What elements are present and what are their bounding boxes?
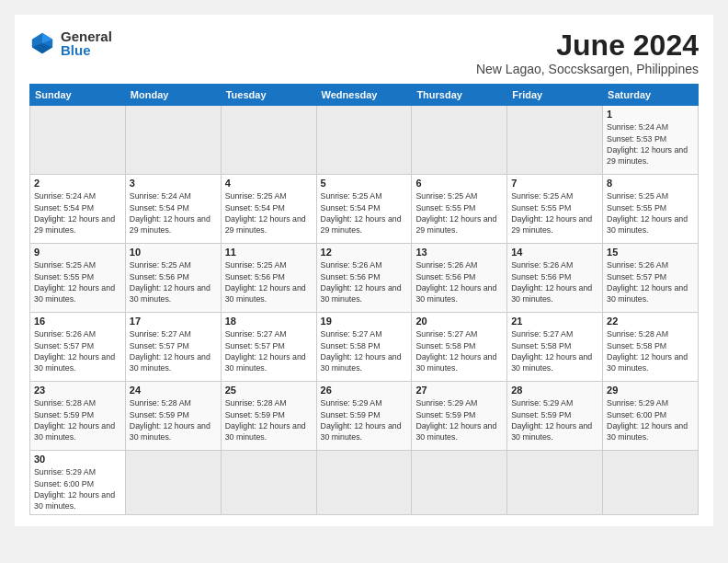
calendar-header: Sunday Monday Tuesday Wednesday Thursday… [30,85,699,106]
day-number: 30 [34,454,121,465]
calendar-cell: 15Sunrise: 5:26 AMSunset: 5:57 PMDayligh… [603,244,699,313]
calendar-cell: 28Sunrise: 5:29 AMSunset: 5:59 PMDayligh… [507,382,603,451]
day-number: 29 [607,385,694,396]
day-info: Sunrise: 5:24 AMSunset: 5:54 PMDaylight:… [130,190,217,236]
day-number: 18 [225,316,313,327]
calendar-table: Sunday Monday Tuesday Wednesday Thursday… [29,84,699,515]
day-info: Sunrise: 5:25 AMSunset: 5:55 PMDaylight:… [34,259,121,304]
title-block: June 2024 New Lagao, Soccsksargen, Phili… [476,29,699,76]
day-number: 8 [607,178,694,189]
calendar-week-4: 16Sunrise: 5:26 AMSunset: 5:57 PMDayligh… [30,313,699,382]
day-number: 4 [225,178,313,189]
day-info: Sunrise: 5:28 AMSunset: 5:58 PMDaylight:… [607,328,694,373]
day-number: 19 [321,316,408,327]
calendar-cell: 8Sunrise: 5:25 AMSunset: 5:55 PMDaylight… [603,175,699,244]
logo-text: General Blue [61,29,112,57]
day-number: 2 [34,178,121,189]
calendar-cell: 20Sunrise: 5:27 AMSunset: 5:58 PMDayligh… [412,313,507,382]
day-number: 1 [607,109,694,120]
day-info: Sunrise: 5:25 AMSunset: 5:56 PMDaylight:… [130,259,217,304]
day-number: 28 [511,385,598,396]
day-info: Sunrise: 5:26 AMSunset: 5:56 PMDaylight:… [511,259,598,304]
logo-general: General [61,29,112,43]
calendar-cell: 24Sunrise: 5:28 AMSunset: 5:59 PMDayligh… [125,382,221,451]
day-number: 20 [415,316,503,327]
day-number: 12 [321,247,408,258]
calendar-cell: 30Sunrise: 5:29 AMSunset: 6:00 PMDayligh… [30,451,126,515]
day-info: Sunrise: 5:25 AMSunset: 5:54 PMDaylight:… [321,190,408,236]
calendar-page: General Blue June 2024 New Lagao, Soccsk… [15,15,713,526]
calendar-cell [603,451,699,515]
day-number: 10 [130,247,217,258]
th-monday: Monday [125,85,221,106]
calendar-cell: 22Sunrise: 5:28 AMSunset: 5:58 PMDayligh… [603,313,699,382]
day-info: Sunrise: 5:29 AMSunset: 5:59 PMDaylight:… [321,397,408,442]
calendar-cell: 14Sunrise: 5:26 AMSunset: 5:56 PMDayligh… [507,244,603,313]
calendar-cell: 3Sunrise: 5:24 AMSunset: 5:54 PMDaylight… [125,175,221,244]
day-number: 17 [130,316,217,327]
day-info: Sunrise: 5:28 AMSunset: 5:59 PMDaylight:… [130,397,217,442]
calendar-cell: 29Sunrise: 5:29 AMSunset: 6:00 PMDayligh… [603,382,699,451]
th-thursday: Thursday [412,85,507,106]
day-info: Sunrise: 5:29 AMSunset: 5:59 PMDaylight:… [415,397,503,442]
calendar-cell [221,451,316,515]
day-info: Sunrise: 5:24 AMSunset: 5:53 PMDaylight:… [607,121,694,167]
day-number: 16 [34,316,121,327]
calendar-cell: 6Sunrise: 5:25 AMSunset: 5:55 PMDaylight… [412,175,507,244]
calendar-cell: 4Sunrise: 5:25 AMSunset: 5:54 PMDaylight… [221,175,316,244]
day-info: Sunrise: 5:26 AMSunset: 5:56 PMDaylight:… [415,259,503,304]
calendar-cell: 23Sunrise: 5:28 AMSunset: 5:59 PMDayligh… [30,382,126,451]
calendar-cell: 9Sunrise: 5:25 AMSunset: 5:55 PMDaylight… [30,244,126,313]
month-title: June 2024 [476,29,699,62]
day-info: Sunrise: 5:27 AMSunset: 5:58 PMDaylight:… [511,328,598,373]
calendar-cell [316,451,412,515]
th-friday: Friday [507,85,603,106]
day-info: Sunrise: 5:25 AMSunset: 5:55 PMDaylight:… [415,190,503,236]
day-info: Sunrise: 5:25 AMSunset: 5:54 PMDaylight:… [225,190,313,236]
logo-icon [29,30,55,56]
th-sunday: Sunday [30,85,126,106]
day-info: Sunrise: 5:27 AMSunset: 5:58 PMDaylight:… [415,328,503,373]
calendar-cell: 21Sunrise: 5:27 AMSunset: 5:58 PMDayligh… [507,313,603,382]
calendar-cell: 25Sunrise: 5:28 AMSunset: 5:59 PMDayligh… [221,382,316,451]
th-wednesday: Wednesday [316,85,412,106]
th-tuesday: Tuesday [221,85,316,106]
calendar-cell [412,451,507,515]
calendar-cell [125,451,221,515]
day-info: Sunrise: 5:27 AMSunset: 5:57 PMDaylight:… [225,328,313,373]
day-number: 22 [607,316,694,327]
day-number: 27 [415,385,503,396]
day-number: 5 [321,178,408,189]
day-info: Sunrise: 5:25 AMSunset: 5:55 PMDaylight:… [511,190,598,236]
day-number: 24 [130,385,217,396]
weekday-row: Sunday Monday Tuesday Wednesday Thursday… [30,85,699,106]
calendar-cell: 7Sunrise: 5:25 AMSunset: 5:55 PMDaylight… [507,175,603,244]
calendar-cell [412,106,507,175]
day-number: 9 [34,247,121,258]
calendar-cell: 12Sunrise: 5:26 AMSunset: 5:56 PMDayligh… [316,244,412,313]
day-number: 23 [34,385,121,396]
day-number: 25 [225,385,313,396]
day-info: Sunrise: 5:25 AMSunset: 5:56 PMDaylight:… [225,259,313,304]
calendar-cell [316,106,412,175]
calendar-cell [221,106,316,175]
day-number: 11 [225,247,313,258]
day-number: 13 [415,247,503,258]
day-info: Sunrise: 5:26 AMSunset: 5:57 PMDaylight:… [607,259,694,304]
calendar-cell [507,106,603,175]
calendar-cell: 17Sunrise: 5:27 AMSunset: 5:57 PMDayligh… [125,313,221,382]
day-info: Sunrise: 5:29 AMSunset: 6:00 PMDaylight:… [34,466,121,511]
day-info: Sunrise: 5:27 AMSunset: 5:58 PMDaylight:… [321,328,408,373]
location-title: New Lagao, Soccsksargen, Philippines [476,62,699,76]
calendar-cell: 1Sunrise: 5:24 AMSunset: 5:53 PMDaylight… [603,106,699,175]
calendar-cell: 27Sunrise: 5:29 AMSunset: 5:59 PMDayligh… [412,382,507,451]
calendar-week-6: 30Sunrise: 5:29 AMSunset: 6:00 PMDayligh… [30,451,699,515]
calendar-cell: 18Sunrise: 5:27 AMSunset: 5:57 PMDayligh… [221,313,316,382]
day-number: 7 [511,178,598,189]
th-saturday: Saturday [603,85,699,106]
logo-blue: Blue [61,43,112,57]
calendar-cell: 19Sunrise: 5:27 AMSunset: 5:58 PMDayligh… [316,313,412,382]
calendar-cell: 26Sunrise: 5:29 AMSunset: 5:59 PMDayligh… [316,382,412,451]
day-number: 15 [607,247,694,258]
calendar-week-3: 9Sunrise: 5:25 AMSunset: 5:55 PMDaylight… [30,244,699,313]
